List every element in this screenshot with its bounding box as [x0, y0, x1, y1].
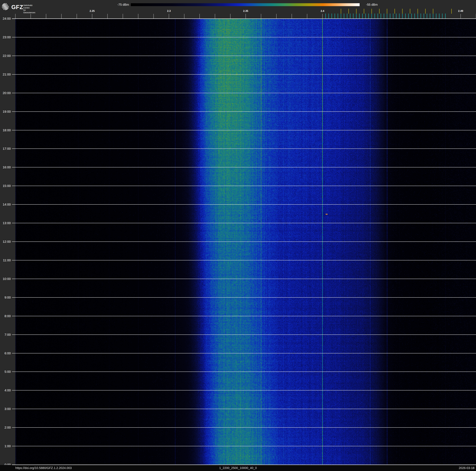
- hour-label: 5:00: [0, 370, 11, 374]
- hour-label: 16:00: [0, 165, 11, 169]
- hour-gridline: [12, 260, 476, 260]
- ble-channel-tick: [344, 14, 344, 18]
- freq-label: 2.25: [83, 10, 101, 13]
- hour-label: 4:00: [0, 388, 11, 392]
- colorbar-max-label: -55 dBm: [366, 3, 403, 6]
- wifi-channel-tick: [433, 9, 433, 14]
- hour-label: 11:00: [0, 258, 11, 262]
- hour-label: 14:00: [0, 203, 11, 206]
- ble-channel-tick: [430, 14, 430, 18]
- ble-channel-tick: [347, 14, 347, 18]
- wifi-channel-tick: [379, 9, 380, 14]
- freq-tick: [200, 14, 200, 18]
- wifi-channel-tick: [410, 9, 410, 14]
- hour-gridline: [12, 297, 476, 298]
- hour-label: 23:00: [0, 35, 11, 39]
- wifi-channel-tick: [402, 9, 403, 14]
- freq-tick: [307, 14, 307, 18]
- ble-channel-tick: [332, 14, 332, 18]
- ble-channel-tick: [411, 14, 412, 18]
- freq-tick: [261, 14, 261, 18]
- hour-label: 20:00: [0, 91, 11, 95]
- measurement-id-text: 1_2200_2500_10000_40_0: [0, 466, 476, 470]
- wifi-channel-tick: [372, 9, 372, 14]
- hour-label: 19:00: [0, 110, 11, 113]
- ble-channel-tick: [439, 14, 440, 18]
- hour-gridline: [12, 446, 476, 446]
- ble-channel-tick: [356, 14, 357, 18]
- hour-label: 22:00: [0, 54, 11, 58]
- ble-channel-tick: [372, 14, 372, 18]
- hour-label: 10:00: [0, 277, 11, 281]
- freq-tick: [276, 14, 276, 18]
- freq-tick: [246, 14, 246, 18]
- ble-channel-tick: [338, 14, 338, 18]
- wifi-channel-tick: [348, 9, 349, 14]
- ble-channel-tick: [405, 14, 406, 18]
- gfz-globe-icon: [2, 3, 9, 10]
- ble-channel-tick: [381, 14, 381, 18]
- freq-tick: [61, 14, 62, 18]
- freq-label: 2.3: [160, 10, 178, 13]
- hour-gridline: [12, 167, 476, 167]
- hour-gridline: [12, 74, 476, 74]
- gfz-org-line2: for Geosciences: [23, 9, 35, 14]
- hour-label: 18:00: [0, 128, 11, 132]
- freq-label: 2.49: [451, 10, 470, 13]
- hour-label: 17:00: [0, 147, 11, 150]
- ble-channel-tick: [445, 14, 446, 18]
- freq-tick: [215, 14, 215, 18]
- ble-channel-tick: [402, 14, 403, 18]
- colorbar: [131, 3, 360, 6]
- ble-channel-tick: [399, 14, 400, 18]
- wifi-channel-tick: [387, 9, 387, 14]
- ble-channel-tick: [359, 14, 360, 18]
- hour-gridline: [12, 93, 476, 93]
- freq-tick: [292, 14, 292, 18]
- ble-channel-tick: [325, 14, 326, 18]
- hour-gridline: [12, 18, 476, 19]
- hour-gridline: [12, 223, 476, 223]
- hour-gridline: [12, 279, 476, 279]
- wifi-channel-tick: [356, 9, 357, 14]
- hour-gridline: [12, 427, 476, 428]
- hour-label: 2:00: [0, 426, 11, 429]
- hour-label: 3:00: [0, 407, 11, 411]
- hour-label: 6:00: [0, 351, 11, 355]
- hour-label: 1:00: [0, 444, 11, 448]
- freq-tick: [184, 14, 184, 18]
- freq-tick: [92, 14, 92, 18]
- freq-tick: [46, 14, 46, 18]
- freq-tick: [107, 14, 108, 18]
- freq-label: 2.4: [313, 10, 332, 13]
- freq-tick: [15, 14, 16, 18]
- ble-channel-tick: [387, 14, 387, 18]
- hour-gridline: [12, 204, 476, 205]
- hour-label: 13:00: [0, 221, 11, 225]
- wifi-channel-tick: [418, 9, 418, 14]
- hour-gridline: [12, 186, 476, 186]
- wifi-channel-tick: [425, 9, 426, 14]
- ble-channel-tick: [424, 14, 424, 18]
- freq-tick: [460, 14, 461, 18]
- footer-bar: https://doi.org/10.5880/GFZ.1.2.2024.003…: [0, 465, 476, 471]
- hour-gridline: [12, 372, 476, 372]
- ble-channel-tick: [378, 14, 378, 18]
- hour-gridline: [12, 241, 476, 242]
- wifi-channel-tick: [341, 9, 341, 14]
- hour-gridline: [12, 56, 476, 56]
- ble-channel-tick: [408, 14, 409, 18]
- freq-tick: [138, 14, 138, 18]
- ble-channel-tick: [362, 14, 363, 18]
- gfz-org-line1: Helmholtz Centre: [23, 4, 35, 9]
- ble-channel-tick: [427, 14, 427, 18]
- hour-label: 12:00: [0, 240, 11, 243]
- ble-channel-tick: [414, 14, 415, 18]
- date-text: 2026-03-18: [459, 466, 475, 470]
- hour-gridline: [12, 390, 476, 390]
- ble-channel-tick: [436, 14, 436, 18]
- freq-tick: [230, 14, 230, 18]
- ble-channel-tick: [341, 14, 341, 18]
- freq-tick: [153, 14, 154, 18]
- ble-channel-tick: [421, 14, 421, 18]
